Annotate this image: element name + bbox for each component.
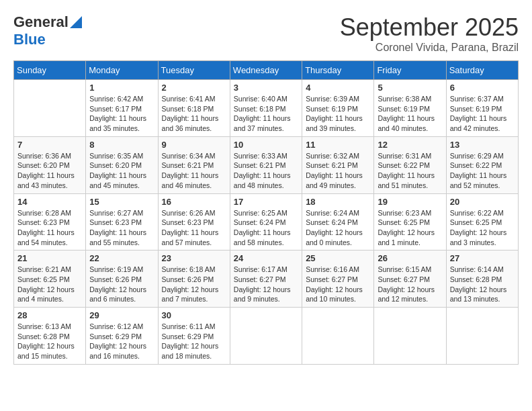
weekday-header-row: SundayMondayTuesdayWednesdayThursdayFrid…	[14, 61, 519, 80]
day-info: Sunrise: 6:27 AMSunset: 6:23 PMDaylight:…	[89, 208, 154, 248]
day-info: Sunrise: 6:39 AMSunset: 6:19 PMDaylight:…	[306, 94, 370, 134]
calendar-cell: 22Sunrise: 6:19 AMSunset: 6:26 PMDayligh…	[86, 250, 158, 308]
calendar-cell: 5Sunrise: 6:38 AMSunset: 6:19 PMDaylight…	[374, 80, 446, 137]
day-info: Sunrise: 6:42 AMSunset: 6:17 PMDaylight:…	[89, 94, 154, 134]
calendar-cell	[374, 308, 446, 365]
header: General Blue September 2025 Coronel Vivi…	[13, 13, 519, 54]
day-number: 6	[450, 83, 515, 93]
calendar-cell: 23Sunrise: 6:18 AMSunset: 6:26 PMDayligh…	[158, 250, 230, 308]
calendar-cell: 19Sunrise: 6:23 AMSunset: 6:25 PMDayligh…	[374, 193, 446, 250]
weekday-header-friday: Friday	[374, 61, 446, 80]
day-number: 26	[378, 253, 442, 263]
day-number: 20	[450, 197, 515, 207]
calendar-table: SundayMondayTuesdayWednesdayThursdayFrid…	[13, 60, 519, 365]
day-info: Sunrise: 6:11 AMSunset: 6:29 PMDaylight:…	[162, 322, 226, 361]
day-number: 22	[89, 253, 154, 263]
day-info: Sunrise: 6:25 AMSunset: 6:24 PMDaylight:…	[234, 208, 298, 248]
calendar-cell	[230, 308, 302, 365]
day-info: Sunrise: 6:24 AMSunset: 6:24 PMDaylight:…	[306, 208, 370, 248]
day-info: Sunrise: 6:21 AMSunset: 6:25 PMDaylight:…	[17, 265, 82, 304]
calendar-week-row: 1Sunrise: 6:42 AMSunset: 6:17 PMDaylight…	[14, 80, 519, 137]
month-title: September 2025	[340, 13, 519, 42]
calendar-cell: 26Sunrise: 6:15 AMSunset: 6:27 PMDayligh…	[374, 250, 446, 308]
title-area: September 2025 Coronel Vivida, Parana, B…	[340, 13, 519, 54]
calendar-cell: 29Sunrise: 6:12 AMSunset: 6:29 PMDayligh…	[86, 308, 158, 365]
calendar-cell: 8Sunrise: 6:35 AMSunset: 6:20 PMDaylight…	[86, 136, 158, 193]
logo-general-text: General	[13, 13, 69, 31]
day-info: Sunrise: 6:38 AMSunset: 6:19 PMDaylight:…	[378, 94, 442, 134]
calendar-cell: 28Sunrise: 6:13 AMSunset: 6:28 PMDayligh…	[14, 308, 86, 365]
logo-blue-text: Blue	[13, 31, 46, 48]
calendar-cell: 6Sunrise: 6:37 AMSunset: 6:19 PMDaylight…	[446, 80, 518, 137]
day-info: Sunrise: 6:18 AMSunset: 6:26 PMDaylight:…	[162, 265, 226, 304]
calendar-week-row: 7Sunrise: 6:36 AMSunset: 6:20 PMDaylight…	[14, 136, 519, 193]
day-number: 18	[306, 197, 370, 207]
day-number: 24	[234, 253, 298, 263]
day-number: 16	[162, 197, 226, 207]
day-number: 29	[89, 310, 154, 320]
weekday-header-tuesday: Tuesday	[158, 61, 230, 80]
day-info: Sunrise: 6:28 AMSunset: 6:23 PMDaylight:…	[17, 208, 82, 248]
calendar-cell: 11Sunrise: 6:32 AMSunset: 6:21 PMDayligh…	[302, 136, 374, 193]
day-number: 15	[89, 197, 154, 207]
calendar-cell: 24Sunrise: 6:17 AMSunset: 6:27 PMDayligh…	[230, 250, 302, 308]
day-number: 3	[234, 83, 298, 93]
calendar-cell: 12Sunrise: 6:31 AMSunset: 6:22 PMDayligh…	[374, 136, 446, 193]
day-number: 30	[162, 310, 226, 320]
calendar-cell: 10Sunrise: 6:33 AMSunset: 6:21 PMDayligh…	[230, 136, 302, 193]
calendar-cell: 4Sunrise: 6:39 AMSunset: 6:19 PMDaylight…	[302, 80, 374, 137]
day-number: 10	[234, 140, 298, 150]
day-number: 5	[378, 83, 442, 93]
day-number: 17	[234, 197, 298, 207]
calendar-cell: 30Sunrise: 6:11 AMSunset: 6:29 PMDayligh…	[158, 308, 230, 365]
calendar-cell: 3Sunrise: 6:40 AMSunset: 6:18 PMDaylight…	[230, 80, 302, 137]
day-info: Sunrise: 6:19 AMSunset: 6:26 PMDaylight:…	[89, 265, 154, 304]
logo-triangle-icon	[70, 16, 82, 28]
calendar-cell: 25Sunrise: 6:16 AMSunset: 6:27 PMDayligh…	[302, 250, 374, 308]
logo: General Blue	[13, 13, 83, 48]
weekday-header-wednesday: Wednesday	[230, 61, 302, 80]
calendar-cell	[14, 80, 86, 137]
day-number: 11	[306, 140, 370, 150]
calendar-cell: 15Sunrise: 6:27 AMSunset: 6:23 PMDayligh…	[86, 193, 158, 250]
day-info: Sunrise: 6:16 AMSunset: 6:27 PMDaylight:…	[306, 265, 370, 304]
calendar-cell: 9Sunrise: 6:34 AMSunset: 6:21 PMDaylight…	[158, 136, 230, 193]
calendar-cell: 20Sunrise: 6:22 AMSunset: 6:25 PMDayligh…	[446, 193, 518, 250]
day-number: 2	[162, 83, 226, 93]
day-number: 9	[162, 140, 226, 150]
calendar-week-row: 21Sunrise: 6:21 AMSunset: 6:25 PMDayligh…	[14, 250, 519, 308]
calendar-cell: 17Sunrise: 6:25 AMSunset: 6:24 PMDayligh…	[230, 193, 302, 250]
day-number: 25	[306, 253, 370, 263]
calendar-week-row: 14Sunrise: 6:28 AMSunset: 6:23 PMDayligh…	[14, 193, 519, 250]
day-info: Sunrise: 6:37 AMSunset: 6:19 PMDaylight:…	[450, 94, 515, 134]
day-info: Sunrise: 6:14 AMSunset: 6:28 PMDaylight:…	[450, 265, 515, 304]
day-info: Sunrise: 6:29 AMSunset: 6:22 PMDaylight:…	[450, 151, 515, 191]
calendar-cell: 7Sunrise: 6:36 AMSunset: 6:20 PMDaylight…	[14, 136, 86, 193]
calendar-cell: 18Sunrise: 6:24 AMSunset: 6:24 PMDayligh…	[302, 193, 374, 250]
day-info: Sunrise: 6:26 AMSunset: 6:23 PMDaylight:…	[162, 208, 226, 248]
day-info: Sunrise: 6:31 AMSunset: 6:22 PMDaylight:…	[378, 151, 442, 191]
day-info: Sunrise: 6:17 AMSunset: 6:27 PMDaylight:…	[234, 265, 298, 304]
day-info: Sunrise: 6:12 AMSunset: 6:29 PMDaylight:…	[89, 322, 154, 361]
weekday-header-monday: Monday	[86, 61, 158, 80]
day-number: 12	[378, 140, 442, 150]
day-info: Sunrise: 6:15 AMSunset: 6:27 PMDaylight:…	[378, 265, 442, 304]
day-number: 8	[89, 140, 154, 150]
subtitle: Coronel Vivida, Parana, Brazil	[340, 42, 519, 54]
calendar-week-row: 28Sunrise: 6:13 AMSunset: 6:28 PMDayligh…	[14, 308, 519, 365]
calendar-cell: 21Sunrise: 6:21 AMSunset: 6:25 PMDayligh…	[14, 250, 86, 308]
calendar-cell: 13Sunrise: 6:29 AMSunset: 6:22 PMDayligh…	[446, 136, 518, 193]
day-number: 7	[17, 140, 82, 150]
day-info: Sunrise: 6:13 AMSunset: 6:28 PMDaylight:…	[17, 322, 82, 361]
day-info: Sunrise: 6:33 AMSunset: 6:21 PMDaylight:…	[234, 151, 298, 191]
weekday-header-sunday: Sunday	[14, 61, 86, 80]
day-info: Sunrise: 6:36 AMSunset: 6:20 PMDaylight:…	[17, 151, 82, 191]
calendar-cell	[302, 308, 374, 365]
day-number: 19	[378, 197, 442, 207]
day-number: 21	[17, 253, 82, 263]
day-number: 13	[450, 140, 515, 150]
day-number: 23	[162, 253, 226, 263]
calendar-cell: 14Sunrise: 6:28 AMSunset: 6:23 PMDayligh…	[14, 193, 86, 250]
calendar-cell: 1Sunrise: 6:42 AMSunset: 6:17 PMDaylight…	[86, 80, 158, 137]
calendar-cell: 2Sunrise: 6:41 AMSunset: 6:18 PMDaylight…	[158, 80, 230, 137]
